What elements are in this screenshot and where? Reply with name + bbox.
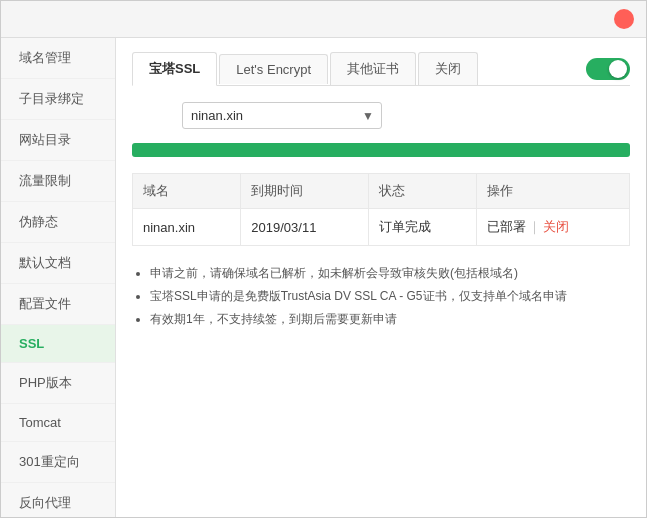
sidebar-item-SSL[interactable]: SSL xyxy=(1,325,115,363)
cell-status: 订单完成 xyxy=(368,209,476,246)
sidebar-item-网站目录[interactable]: 网站目录 xyxy=(1,120,115,161)
cert-table-head: 域名到期时间状态操作 xyxy=(133,174,630,209)
content-area: 域名管理子目录绑定网站目录流量限制伪静态默认文档配置文件SSLPHP版本Tomc… xyxy=(1,38,646,517)
tab-宝塔SSL[interactable]: 宝塔SSL xyxy=(132,52,217,86)
col-header-状态: 状态 xyxy=(368,174,476,209)
sidebar-item-反向代理[interactable]: 反向代理 xyxy=(1,483,115,517)
https-toggle-area xyxy=(580,58,630,80)
sidebar-item-流量限制[interactable]: 流量限制 xyxy=(1,161,115,202)
col-header-到期时间: 到期时间 xyxy=(241,174,369,209)
notes-list: 申请之前，请确保域名已解析，如未解析会导致审核失败(包括根域名)宝塔SSL申请的… xyxy=(132,262,630,330)
cell-domain: ninan.xin xyxy=(133,209,241,246)
cert-table-body: ninan.xin2019/03/11订单完成已部署｜关闭 xyxy=(133,209,630,246)
toggle-knob xyxy=(609,60,627,78)
sidebar-item-301重定向[interactable]: 301重定向 xyxy=(1,442,115,483)
sidebar-item-默认文档[interactable]: 默认文档 xyxy=(1,243,115,284)
sidebar-item-子目录绑定[interactable]: 子目录绑定 xyxy=(1,79,115,120)
domain-form-row: ninan.xin ▼ xyxy=(132,102,630,129)
title-bar xyxy=(1,1,646,38)
close-link[interactable]: 关闭 xyxy=(543,219,569,234)
sidebar-item-Tomcat[interactable]: Tomcat xyxy=(1,404,115,442)
sidebar: 域名管理子目录绑定网站目录流量限制伪静态默认文档配置文件SSLPHP版本Tomc… xyxy=(1,38,116,517)
col-header-操作: 操作 xyxy=(477,174,630,209)
note-item: 申请之前，请确保域名已解析，如未解析会导致审核失败(包括根域名) xyxy=(150,262,630,285)
sidebar-item-配置文件[interactable]: 配置文件 xyxy=(1,284,115,325)
tabs-bar: 宝塔SSLLet's Encrypt其他证书关闭 xyxy=(132,52,630,86)
note-item: 宝塔SSL申请的是免费版TrustAsia DV SSL CA - G5证书，仅… xyxy=(150,285,630,308)
sidebar-item-域名管理[interactable]: 域名管理 xyxy=(1,38,115,79)
deploy-link: 已部署 xyxy=(487,219,526,234)
sidebar-item-伪静态[interactable]: 伪静态 xyxy=(1,202,115,243)
cert-table-header-row: 域名到期时间状态操作 xyxy=(133,174,630,209)
tab-关闭[interactable]: 关闭 xyxy=(418,52,478,85)
apply-button[interactable] xyxy=(132,143,630,157)
tab-Let's Encrypt[interactable]: Let's Encrypt xyxy=(219,54,328,84)
cell-expire: 2019/03/11 xyxy=(241,209,369,246)
tab-其他证书[interactable]: 其他证书 xyxy=(330,52,416,85)
main-window: 域名管理子目录绑定网站目录流量限制伪静态默认文档配置文件SSLPHP版本Tomc… xyxy=(0,0,647,518)
separator: ｜ xyxy=(528,219,541,234)
domain-select[interactable]: ninan.xin xyxy=(182,102,382,129)
note-item: 有效期1年，不支持续签，到期后需要更新申请 xyxy=(150,308,630,331)
https-toggle-switch[interactable] xyxy=(586,58,630,80)
sidebar-item-PHP版本[interactable]: PHP版本 xyxy=(1,363,115,404)
col-header-域名: 域名 xyxy=(133,174,241,209)
cell-action: 已部署｜关闭 xyxy=(477,209,630,246)
close-button[interactable] xyxy=(614,9,634,29)
cert-table: 域名到期时间状态操作 ninan.xin2019/03/11订单完成已部署｜关闭 xyxy=(132,173,630,246)
domain-select-wrapper: ninan.xin ▼ xyxy=(182,102,382,129)
main-panel: 宝塔SSLLet's Encrypt其他证书关闭 ninan.xin ▼ xyxy=(116,38,646,517)
table-row: ninan.xin2019/03/11订单完成已部署｜关闭 xyxy=(133,209,630,246)
